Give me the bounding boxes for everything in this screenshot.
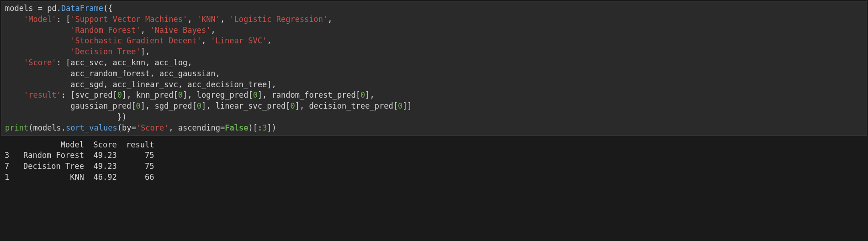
code-line-1: models = pd.DataFrame({ <box>5 4 112 13</box>
output-header: Model Score result <box>5 140 154 149</box>
code-line-4: 'Stochastic Gradient Decent', 'Linear SV… <box>5 36 271 45</box>
output-row-3: 1 KNN 46.92 66 <box>5 173 154 182</box>
code-line-8: acc_sgd, acc_linear_svc, acc_decision_tr… <box>5 80 276 89</box>
output-row-1: 3 Random Forest 49.23 75 <box>5 151 154 160</box>
code-line-2: 'Model': ['Support Vector Machines', 'KN… <box>5 15 333 24</box>
code-line-7: acc_random_forest, acc_gaussian, <box>5 69 220 78</box>
code-line-10: gaussian_pred[0], sgd_pred[0], linear_sv… <box>5 101 412 110</box>
code-line-9: 'result': [svc_pred[0], knn_pred[0], log… <box>5 90 375 100</box>
output-cell: Model Score result 3 Random Forest 49.23… <box>0 136 868 187</box>
code-cell[interactable]: models = pd.DataFrame({ 'Model': ['Suppo… <box>1 1 867 136</box>
output-row-2: 7 Decision Tree 49.23 75 <box>5 162 154 171</box>
code-line-6: 'Score': [acc_svc, acc_knn, acc_log, <box>5 58 192 67</box>
code-line-11: }) <box>5 112 127 121</box>
code-line-3: 'Random Forest', 'Naive Bayes', <box>5 26 216 35</box>
code-line-5: 'Decision Tree'], <box>5 47 150 56</box>
code-line-12: print(models.sort_values(by='Score', asc… <box>5 123 276 132</box>
